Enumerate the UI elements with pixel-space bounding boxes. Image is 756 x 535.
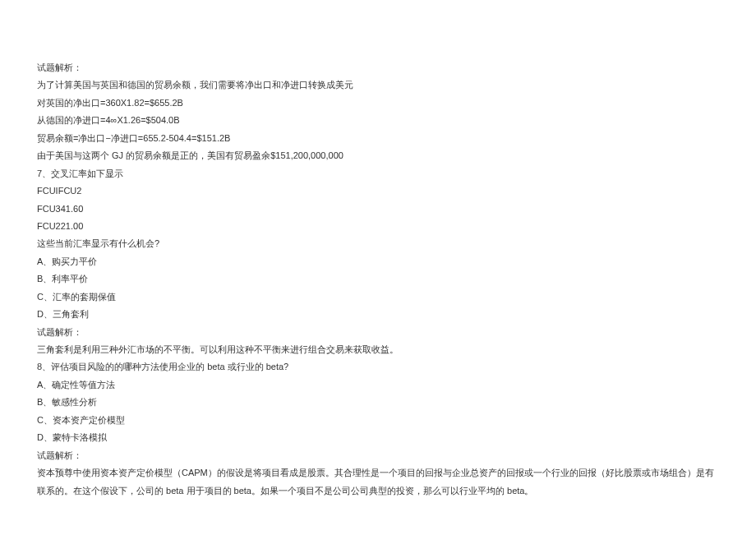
text-line: B、敏感性分析 — [37, 394, 719, 411]
text-line: B、利率平价 — [37, 270, 719, 288]
text-line: 试题解析： — [37, 447, 719, 464]
text-line: A、确定性等值方法 — [37, 376, 719, 394]
text-line: A、购买力平价 — [37, 253, 719, 270]
text-line: 8、评估项目风险的的哪种方法使用企业的 beta 或行业的 beta? — [37, 358, 719, 376]
text-line: 由于美国与这两个 GJ 的贸易余额是正的，美国有贸易盈余$151,200,000… — [37, 147, 719, 164]
text-line: 为了计算美国与英国和德国的贸易余额，我们需要将净出口和净进口转换成美元 — [37, 76, 719, 94]
text-line: FCU221.00 — [37, 218, 719, 235]
text-line: D、蒙特卡洛模拟 — [37, 429, 719, 446]
text-line: 三角套利是利用三种外汇市场的不平衡。可以利用这种不平衡来进行组合交易来获取收益。 — [37, 341, 719, 358]
text-line: 资本预尊中使用资本资产定价模型（CAPM）的假设是将项目看成是股票。其合理性是一… — [37, 464, 719, 500]
text-line: 从德国的净进口=4∞X1.26=$504.0B — [37, 112, 719, 129]
text-line: 对英国的净出口=360X1.82=$655.2B — [37, 95, 719, 112]
text-line: 试题解析： — [37, 59, 719, 76]
text-line: C、资本资产定价模型 — [37, 412, 719, 429]
text-line: 贸易余额=净出口−净进口=655.2-504.4=$151.2B — [37, 130, 719, 147]
document-content: 试题解析： 为了计算美国与英国和德国的贸易余额，我们需要将净出口和净进口转换成美… — [37, 59, 719, 500]
text-line: 这些当前汇率显示有什么机会? — [37, 235, 719, 252]
text-line: 7、交叉汇率如下显示 — [37, 165, 719, 182]
text-line: FCU341.60 — [37, 201, 719, 218]
text-line: 试题解析： — [37, 324, 719, 341]
text-line: C、汇率的套期保值 — [37, 288, 719, 306]
text-line: D、三角套利 — [37, 306, 719, 323]
text-line: FCUIFCU2 — [37, 182, 719, 200]
